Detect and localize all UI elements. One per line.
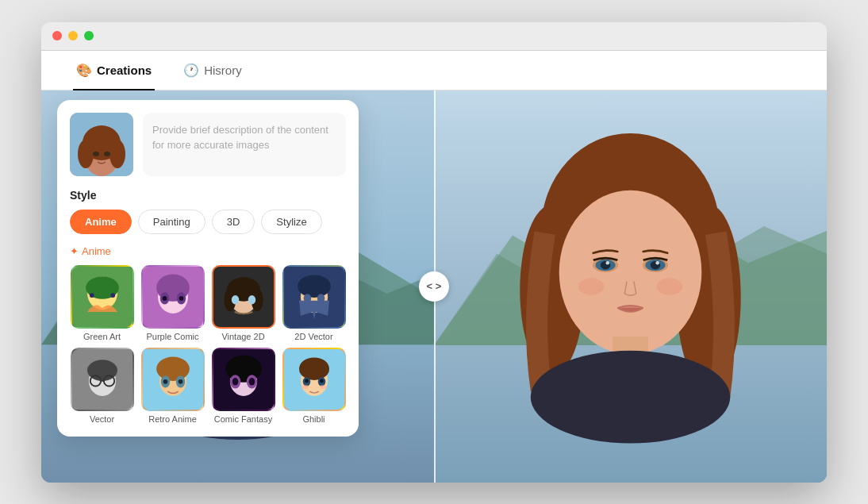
svg-point-44 (89, 293, 94, 298)
style-card-2d-vector[interactable]: 2D Vector (282, 265, 346, 341)
svg-point-21 (559, 190, 702, 354)
svg-point-39 (93, 152, 99, 156)
style-card-label-vector: Vector (90, 414, 114, 424)
style-grid: Green Art (70, 265, 346, 424)
style-card-label-comic-fantasy: Comic Fantasy (214, 414, 272, 424)
svg-point-64 (317, 294, 325, 302)
svg-point-37 (78, 140, 94, 168)
close-button[interactable] (52, 31, 62, 40)
split-handle[interactable]: < > (419, 271, 449, 302)
minimize-button[interactable] (68, 31, 78, 40)
tab-creations[interactable]: 🎨 Creations (73, 52, 155, 90)
svg-point-33 (657, 278, 682, 295)
svg-point-30 (606, 261, 609, 264)
svg-point-93 (320, 379, 324, 383)
style-card-vintage-2d[interactable]: Vintage 2D (211, 265, 275, 341)
svg-point-45 (110, 293, 115, 298)
svg-point-58 (231, 295, 239, 304)
style-card-comic-fantasy[interactable]: Comic Fantasy (211, 348, 275, 424)
style-card-img-2d-vector (282, 265, 346, 329)
titlebar (41, 22, 827, 51)
main-area: < > (41, 90, 827, 483)
style-card-label-purple-comic: Purple Comic (146, 332, 198, 341)
plus-icon: ✦ (70, 245, 79, 257)
history-icon: 🕐 (183, 63, 199, 78)
style-card-label-green-art: Green Art (83, 332, 121, 341)
style-btn-painting[interactable]: Painting (138, 210, 205, 234)
tab-creations-label: Creations (97, 63, 152, 77)
svg-point-59 (248, 295, 255, 304)
style-card-purple-comic[interactable]: Purple Comic (140, 265, 205, 341)
style-btn-3d[interactable]: 3D (212, 210, 255, 234)
image-right-realistic (434, 90, 827, 483)
tab-bar: 🎨 Creations 🕐 Hisrory (41, 51, 827, 90)
maximize-button[interactable] (84, 31, 94, 40)
style-card-img-vintage-2d (212, 265, 275, 329)
sidebar-panel: Provide brief description of the content… (57, 100, 359, 437)
svg-point-51 (162, 296, 167, 301)
window-content: 🎨 Creations 🕐 Hisrory (41, 51, 827, 483)
style-card-label-2d-vector: 2D Vector (294, 332, 332, 341)
svg-point-32 (578, 278, 604, 295)
upload-row: Provide brief description of the content… (70, 113, 346, 176)
style-buttons-group: Anime Painting 3D Stylize (70, 210, 346, 234)
style-card-green-art[interactable]: Green Art (70, 265, 134, 341)
description-placeholder: Provide brief description of the content… (152, 122, 336, 153)
style-card-retro-anime[interactable]: Retro Anime (140, 348, 205, 424)
style-card-ghibli[interactable]: Ghibli (282, 348, 346, 424)
style-card-img-ghibli (282, 348, 346, 411)
style-card-label-vintage-2d: Vintage 2D (221, 332, 264, 341)
svg-point-31 (655, 261, 659, 264)
style-card-img-retro-anime (141, 348, 205, 411)
svg-point-86 (248, 378, 255, 386)
style-card-vector[interactable]: Vector (70, 348, 134, 424)
style-card-img-vector (71, 348, 134, 411)
anime-section-label: Anime (82, 245, 111, 257)
split-handle-label: < > (427, 280, 442, 292)
style-card-img-purple-comic (141, 265, 205, 329)
style-card-img-comic-fantasy (212, 348, 275, 411)
svg-point-62 (298, 275, 331, 298)
svg-point-79 (178, 379, 182, 384)
style-btn-anime[interactable]: Anime (70, 210, 132, 234)
style-card-label-retro-anime: Retro Anime (148, 414, 197, 424)
svg-point-78 (163, 379, 167, 384)
svg-point-95 (319, 384, 327, 389)
svg-point-52 (179, 296, 183, 301)
app-window: 🎨 Creations 🕐 Hisrory (41, 22, 827, 483)
tab-history-label: Hisrory (204, 63, 242, 77)
style-card-img-green-art (71, 265, 134, 329)
svg-point-38 (109, 140, 125, 168)
style-btn-stylize[interactable]: Stylize (261, 210, 321, 234)
tab-history[interactable]: 🕐 Hisrory (180, 52, 245, 90)
description-box[interactable]: Provide brief description of the content… (143, 113, 346, 176)
svg-point-85 (232, 378, 238, 386)
svg-point-92 (305, 379, 309, 383)
style-card-label-ghibli: Ghibli (302, 414, 325, 424)
svg-point-94 (301, 384, 309, 389)
style-section-label: Style (70, 189, 346, 202)
svg-point-40 (104, 152, 110, 156)
creations-icon: 🎨 (76, 63, 92, 78)
svg-point-75 (156, 356, 190, 380)
svg-point-63 (303, 294, 311, 302)
anime-section-header: ✦ Anime (70, 245, 346, 257)
svg-point-23 (531, 350, 730, 443)
upload-thumbnail[interactable] (70, 113, 133, 176)
